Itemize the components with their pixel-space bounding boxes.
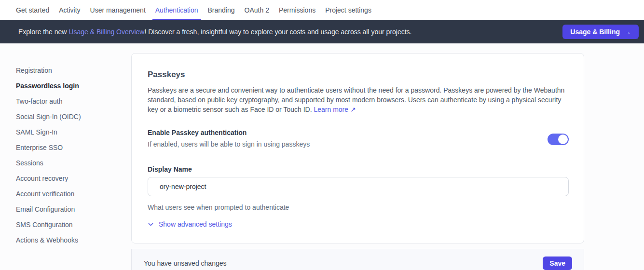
sidebar-item-email-configuration[interactable]: Email Configuration [16, 202, 122, 217]
tab-activity[interactable]: Activity [56, 0, 83, 20]
sidebar-item-account-verification[interactable]: Account verification [16, 186, 122, 202]
unsaved-changes-text: You have unsaved changes [144, 259, 227, 267]
sidebar-item-passwordless-login[interactable]: Passwordless login [16, 78, 122, 94]
learn-more-label: Learn more [314, 106, 348, 113]
enable-passkey-label: Enable Passkey authentication [148, 129, 247, 136]
external-link-icon: ↗ [350, 106, 356, 113]
save-button[interactable]: Save [543, 256, 572, 270]
learn-more-link[interactable]: Learn more ↗ [314, 106, 356, 113]
sidebar-item-registration[interactable]: Registration [16, 63, 122, 78]
passkeys-card: Passkeys Passkeys are a secure and conve… [131, 53, 584, 243]
chevron-down-icon [148, 221, 154, 228]
usage-billing-button[interactable]: Usage & Billing → [562, 25, 639, 39]
show-advanced-settings-label: Show advanced settings [159, 220, 232, 228]
usage-billing-button-label: Usage & Billing [570, 28, 620, 36]
banner-message: Explore the new Usage & Billing Overview… [18, 28, 412, 36]
display-name-label: Display Name [148, 165, 192, 173]
display-name-helper: What users see when prompted to authenti… [148, 203, 289, 211]
banner-text-before: Explore the new [18, 28, 69, 36]
tab-branding[interactable]: Branding [205, 0, 238, 20]
sidebar-item-enterprise-sso[interactable]: Enterprise SSO [16, 140, 122, 155]
usage-billing-banner: Explore the new Usage & Billing Overview… [0, 20, 644, 43]
sidebar-item-sms-configuration[interactable]: SMS Configuration [16, 217, 122, 232]
tab-project-settings[interactable]: Project settings [322, 0, 374, 20]
show-advanced-settings-toggle[interactable]: Show advanced settings [148, 220, 232, 228]
content-area: Registration Passwordless login Two-fact… [0, 43, 644, 270]
auth-settings-sidebar: Registration Passwordless login Two-fact… [16, 63, 122, 248]
usage-billing-overview-link[interactable]: Usage & Billing Overview [69, 28, 144, 36]
sidebar-item-sessions[interactable]: Sessions [16, 155, 122, 171]
passkeys-description-text: Passkeys are a secure and convenient way… [148, 86, 564, 113]
sidebar-item-saml-sign-in[interactable]: SAML Sign-In [16, 124, 122, 140]
enable-passkey-description: If enabled, users will be able to sign i… [148, 140, 310, 148]
enable-passkey-toggle[interactable] [548, 134, 569, 145]
sidebar-item-two-factor-auth[interactable]: Two-factor auth [16, 94, 122, 109]
tab-authentication[interactable]: Authentication [152, 0, 201, 20]
tab-permissions[interactable]: Permissions [276, 0, 318, 20]
unsaved-changes-bar: You have unsaved changes Save [131, 249, 584, 270]
toggle-knob [558, 135, 568, 144]
top-navigation: Get started Activity User management Aut… [0, 0, 644, 20]
sidebar-item-actions-webhooks[interactable]: Actions & Webhooks [16, 232, 122, 248]
banner-text-after: ! Discover a fresh, insightful way to ex… [144, 28, 411, 36]
arrow-right-icon: → [624, 28, 631, 36]
sidebar-item-social-sign-in[interactable]: Social Sign-In (OIDC) [16, 109, 122, 124]
passkeys-section-title: Passkeys [148, 70, 185, 80]
tab-oauth2[interactable]: OAuth 2 [242, 0, 272, 20]
tab-get-started[interactable]: Get started [13, 0, 52, 20]
passkeys-description: Passkeys are a secure and convenient way… [148, 85, 569, 114]
sidebar-item-account-recovery[interactable]: Account recovery [16, 171, 122, 186]
display-name-input[interactable] [148, 177, 569, 196]
tab-user-management[interactable]: User management [87, 0, 149, 20]
